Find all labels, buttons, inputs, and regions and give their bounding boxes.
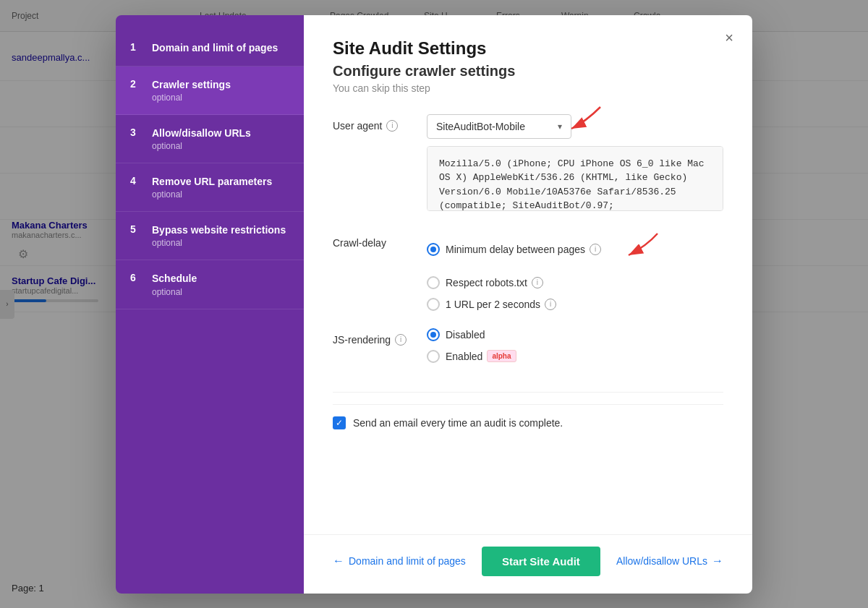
radio-circle-2	[427, 298, 440, 311]
sidebar-item-content-2: Crawler settings optional	[152, 78, 231, 103]
modal-main-content: × Site Audit Settings Configure crawler …	[304, 15, 752, 594]
modal-wrapper: 1 Domain and limit of pages 2 Crawler se…	[0, 0, 868, 608]
crawl-delay-option-1[interactable]: Respect robots.txt i	[427, 276, 723, 289]
js-radio-dot-0	[430, 332, 436, 338]
js-radio-circle-0	[427, 328, 440, 341]
back-nav-link[interactable]: ← Domain and limit of pages	[333, 555, 466, 568]
red-arrow-annotation-2	[614, 228, 672, 264]
sidebar-item-content-3: Allow/disallow URLs optional	[152, 127, 251, 151]
sidebar-item-optional-6: optional	[152, 287, 197, 297]
user-agent-dropdown[interactable]: SiteAuditBot-Mobile ▾	[427, 114, 571, 139]
crawl-delay-option-2[interactable]: 1 URL per 2 seconds i	[427, 298, 723, 311]
crawl-delay-label-0: Minimum delay between pages i	[446, 244, 601, 255]
sidebar-item-content-1: Domain and limit of pages	[152, 41, 278, 54]
sidebar-item-number-4: 4	[130, 175, 143, 187]
js-radio-circle-1	[427, 350, 440, 363]
alpha-badge: alpha	[487, 350, 516, 362]
modal-body: Site Audit Settings Configure crawler se…	[304, 15, 752, 534]
crawl-delay-radio-group: Minimum delay between pages i	[427, 231, 723, 311]
back-nav-label: Domain and limit of pages	[349, 555, 466, 567]
email-checkbox[interactable]: ✓	[333, 416, 346, 429]
sidebar-item-schedule[interactable]: 6 Schedule optional	[116, 260, 304, 309]
modal-container: 1 Domain and limit of pages 2 Crawler se…	[116, 15, 752, 594]
sidebar-item-crawler[interactable]: 2 Crawler settings optional	[116, 67, 304, 115]
next-arrow-icon: →	[712, 555, 723, 568]
user-agent-control: SiteAuditBot-Mobile ▾	[427, 114, 723, 214]
sidebar-item-title-5: Bypass website restrictions	[152, 223, 286, 236]
radio-circle-1	[427, 276, 440, 289]
radio-dot-0	[430, 247, 436, 252]
sidebar-item-optional-2: optional	[152, 93, 231, 103]
js-rendering-control: Disabled Enabled alpha	[427, 328, 723, 363]
crawl-delay-info-icon-1[interactable]: i	[532, 277, 543, 288]
sidebar-item-title-2: Crawler settings	[152, 78, 231, 91]
crawl-delay-info-icon-2[interactable]: i	[545, 299, 556, 310]
modal-close-button[interactable]: ×	[718, 27, 741, 50]
crawl-delay-label-1: Respect robots.txt i	[446, 277, 543, 288]
js-rendering-info-icon[interactable]: i	[395, 334, 407, 346]
section-subtitle: You can skip this step	[333, 82, 723, 94]
crawl-delay-info-icon-0[interactable]: i	[590, 244, 601, 255]
js-rendering-option-1[interactable]: Enabled alpha	[427, 350, 723, 363]
sidebar-item-allow-disallow[interactable]: 3 Allow/disallow URLs optional	[116, 115, 304, 163]
start-audit-button[interactable]: Start Site Audit	[482, 547, 600, 576]
next-nav-label: Allow/disallow URLs	[616, 555, 707, 567]
crawl-delay-label: Crawl-delay	[333, 231, 412, 249]
sidebar-item-domain[interactable]: 1 Domain and limit of pages	[116, 30, 304, 67]
sidebar-item-content-5: Bypass website restrictions optional	[152, 223, 286, 248]
js-rendering-radio-group: Disabled Enabled alpha	[427, 328, 723, 363]
sidebar-item-content-6: Schedule optional	[152, 272, 197, 296]
crawl-delay-label-2: 1 URL per 2 seconds i	[446, 299, 556, 310]
radio-circle-0	[427, 243, 440, 256]
js-rendering-label-1: Enabled alpha	[446, 350, 516, 362]
sidebar-item-number-5: 5	[130, 223, 143, 235]
js-rendering-row: JS-rendering i Disabled	[333, 328, 723, 363]
user-agent-row: User agent i SiteAuditBot-Mobile ▾	[333, 114, 723, 214]
sidebar-item-title-6: Schedule	[152, 272, 197, 285]
sidebar-item-bypass[interactable]: 5 Bypass website restrictions optional	[116, 212, 304, 260]
sidebar-item-optional-5: optional	[152, 238, 286, 248]
crawl-delay-row: Crawl-delay Minimum delay between pages …	[333, 231, 723, 311]
sidebar-item-number-2: 2	[130, 78, 143, 90]
sidebar-item-number-6: 6	[130, 272, 143, 283]
next-nav-link[interactable]: Allow/disallow URLs →	[616, 555, 723, 568]
sidebar-item-title-4: Remove URL parameters	[152, 175, 272, 188]
sidebar-item-number-3: 3	[130, 127, 143, 138]
crawl-delay-control: Minimum delay between pages i	[427, 231, 723, 311]
modal-footer: ← Domain and limit of pages Start Site A…	[304, 534, 752, 594]
sidebar-item-optional-3: optional	[152, 141, 251, 151]
email-checkbox-row: ✓ Send an email every time an audit is c…	[333, 404, 723, 441]
sidebar-item-remove-url[interactable]: 4 Remove URL parameters optional	[116, 163, 304, 212]
email-label: Send an email every time an audit is com…	[353, 417, 563, 429]
sidebar-item-number-1: 1	[130, 41, 143, 53]
chevron-down-icon: ▾	[558, 121, 562, 132]
back-arrow-icon: ←	[333, 555, 344, 568]
sidebar-item-content-4: Remove URL parameters optional	[152, 175, 272, 200]
js-rendering-label-0: Disabled	[446, 329, 485, 341]
user-agent-info-icon[interactable]: i	[386, 120, 398, 132]
user-agent-label: User agent i	[333, 114, 412, 132]
modal-sidebar: 1 Domain and limit of pages 2 Crawler se…	[116, 15, 304, 594]
sidebar-item-optional-4: optional	[152, 189, 272, 200]
user-agent-selected-value: SiteAuditBot-Mobile	[436, 121, 525, 132]
js-rendering-option-0[interactable]: Disabled	[427, 328, 723, 341]
section-title: Configure crawler settings	[333, 63, 723, 80]
sidebar-item-title-3: Allow/disallow URLs	[152, 127, 251, 140]
modal-title: Site Audit Settings	[333, 38, 723, 59]
sidebar-item-title-1: Domain and limit of pages	[152, 41, 278, 54]
user-agent-textarea[interactable]: Mozilla/5.0 (iPhone; CPU iPhone OS 6_0 l…	[427, 146, 723, 211]
email-section: ✓ Send an email every time an audit is c…	[333, 392, 723, 441]
js-rendering-label: JS-rendering i	[333, 328, 412, 346]
crawl-delay-option-0[interactable]: Minimum delay between pages i	[427, 231, 723, 267]
